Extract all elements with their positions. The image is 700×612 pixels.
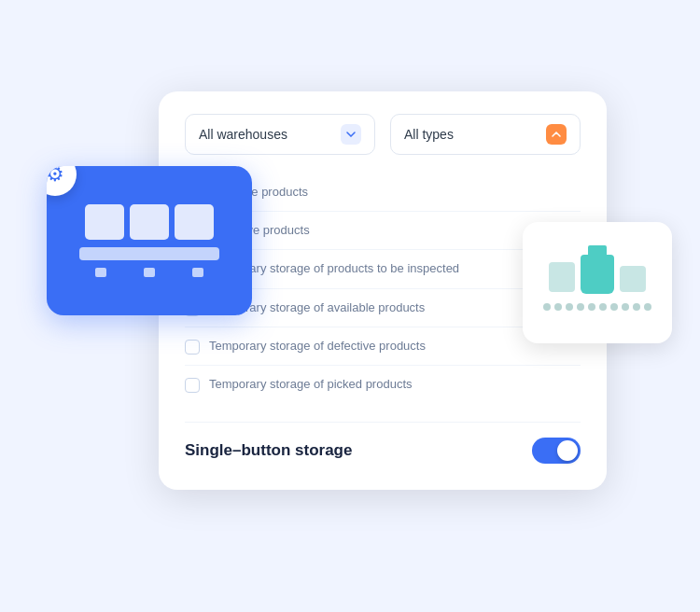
checkbox-item[interactable]: Temporary storage of picked products: [185, 366, 581, 403]
warehouse-box-2: [130, 204, 169, 240]
warehouse-leg-2: [144, 268, 155, 277]
checkbox-box-5[interactable]: [185, 378, 200, 393]
filter-top: [549, 255, 646, 294]
warehouse-box-3: [175, 204, 214, 240]
filter-dot-8: [622, 303, 629, 311]
filter-bucket: [581, 255, 614, 294]
warehouse-card: ⚙: [47, 166, 252, 315]
filter-bar-right: [620, 266, 646, 292]
types-dropdown[interactable]: All types: [390, 114, 581, 155]
warehouses-arrow-icon: [341, 124, 361, 145]
filter-dot-7: [610, 303, 618, 311]
filter-dots: [543, 303, 651, 311]
filter-card: [523, 222, 672, 343]
filter-dot-10: [644, 303, 651, 311]
checkbox-text-4: Temporary storage of defective products: [209, 338, 426, 355]
filter-dot-2: [554, 303, 562, 311]
warehouse-legs: [95, 268, 203, 277]
warehouse-leg-3: [192, 268, 203, 277]
checkbox-box-4[interactable]: [185, 340, 200, 355]
filter-dot-6: [599, 303, 607, 311]
scene: ⚙: [47, 35, 653, 577]
warehouse-illustration: [79, 204, 219, 277]
filter-dot-4: [577, 303, 584, 311]
warehouses-label: All warehouses: [199, 127, 287, 142]
warehouse-boxes: [85, 204, 214, 240]
toggle-label: Single–button storage: [185, 441, 352, 460]
gear-icon: ⚙: [47, 166, 64, 187]
filter-bar-left: [549, 262, 575, 292]
filter-dot-5: [588, 303, 595, 311]
checkbox-text-5: Temporary storage of picked products: [209, 376, 413, 393]
warehouse-base: [79, 247, 219, 260]
warehouse-box-1: [85, 204, 124, 240]
gear-badge: ⚙: [47, 166, 77, 196]
warehouse-leg-1: [95, 268, 106, 277]
toggle-knob: [557, 440, 578, 461]
types-label: All types: [404, 127, 454, 142]
filter-dot-9: [633, 303, 640, 311]
dropdowns-row: All warehouses All types: [185, 114, 581, 155]
toggle-row: Single–button storage: [185, 422, 581, 464]
filter-illustration: [543, 255, 651, 311]
types-arrow-icon: [546, 124, 567, 145]
toggle-switch[interactable]: [532, 438, 581, 464]
warehouses-dropdown[interactable]: All warehouses: [185, 114, 375, 155]
checkbox-item[interactable]: Temporary storage of defective products: [185, 327, 581, 366]
filter-dot-1: [543, 303, 551, 311]
filter-dot-3: [566, 303, 573, 311]
